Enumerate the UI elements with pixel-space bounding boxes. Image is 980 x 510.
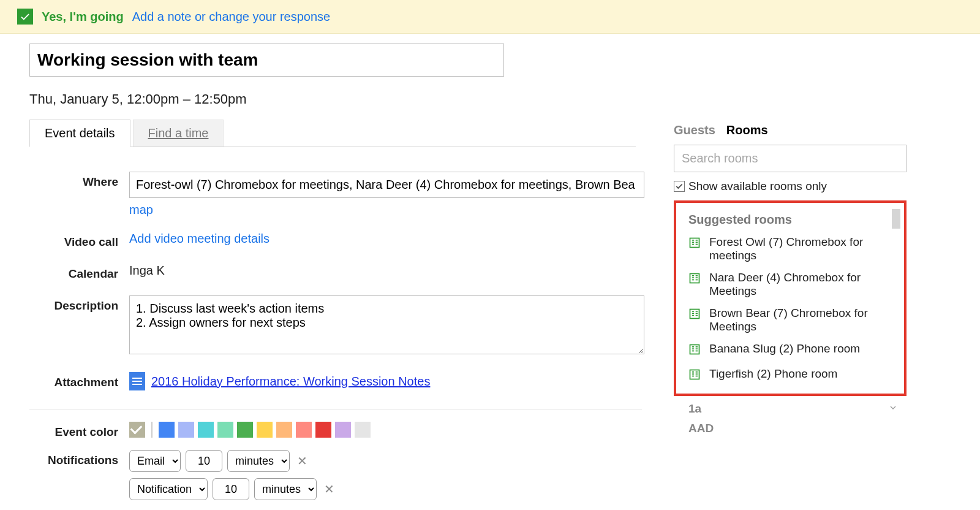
rsvp-banner: Yes, I'm going Add a note or change your… bbox=[0, 0, 980, 34]
color-swatch[interactable] bbox=[296, 422, 312, 438]
event-details-panel: Thu, January 5, 12:00pm – 12:50pm Event … bbox=[0, 44, 674, 510]
svg-rect-7 bbox=[690, 274, 699, 283]
notif-unit-select[interactable]: minutes bbox=[227, 450, 290, 472]
color-swatch[interactable] bbox=[335, 422, 351, 438]
notification-row: Emailminutes✕ bbox=[129, 450, 644, 472]
room-name: Forest Owl (7) Chromebox for meetings bbox=[709, 235, 898, 262]
attachment-link[interactable]: 2016 Holiday Performance: Working Sessio… bbox=[151, 375, 430, 389]
suggested-room[interactable]: Banana Slug (2) Phone room bbox=[688, 342, 898, 359]
suggested-room[interactable]: Nara Deer (4) Chromebox for Meetings bbox=[688, 271, 898, 298]
show-available-toggle[interactable]: Show available rooms only bbox=[674, 180, 907, 193]
swatch-separator bbox=[151, 422, 153, 438]
room-name: Brown Bear (7) Chromebox for Meetings bbox=[709, 306, 898, 333]
remove-notification-icon[interactable]: ✕ bbox=[322, 482, 337, 497]
notif-value-input[interactable] bbox=[213, 478, 249, 500]
remove-notification-icon[interactable]: ✕ bbox=[295, 454, 310, 468]
floor-section-1a[interactable]: 1a bbox=[674, 396, 907, 418]
doc-icon bbox=[129, 372, 145, 390]
add-video-link[interactable]: Add video meeting details bbox=[129, 232, 270, 245]
detail-tabs: Event details Find a time bbox=[29, 120, 636, 147]
show-available-label: Show available rooms only bbox=[688, 180, 827, 193]
scrollbar-thumb[interactable] bbox=[892, 209, 900, 229]
label-where: Where bbox=[29, 172, 118, 189]
event-datetime: Thu, January 5, 12:00pm – 12:50pm bbox=[29, 91, 644, 107]
room-name: Tigerfish (2) Phone room bbox=[709, 367, 837, 381]
floor-label: AAD bbox=[688, 422, 714, 435]
room-name: Banana Slug (2) Phone room bbox=[709, 342, 860, 356]
svg-rect-14 bbox=[690, 310, 699, 319]
suggested-rooms-panel: Suggested rooms Forest Owl (7) Chromebox… bbox=[674, 200, 907, 396]
tab-find-a-time[interactable]: Find a time bbox=[133, 120, 224, 147]
description-input[interactable] bbox=[129, 295, 644, 354]
suggested-room[interactable]: Brown Bear (7) Chromebox for Meetings bbox=[688, 306, 898, 333]
calendar-owner: Inga K bbox=[129, 264, 644, 278]
color-swatch[interactable] bbox=[315, 422, 331, 438]
notif-method-select[interactable]: Email bbox=[129, 450, 181, 472]
color-swatch[interactable] bbox=[178, 422, 194, 438]
color-swatch-row bbox=[129, 422, 644, 438]
event-title-input[interactable] bbox=[29, 44, 504, 77]
color-swatch[interactable] bbox=[237, 422, 253, 438]
sidebar-tabs: Guests Rooms bbox=[674, 123, 907, 137]
label-description: Description bbox=[29, 295, 118, 313]
building-icon bbox=[688, 272, 701, 287]
building-icon bbox=[688, 308, 701, 323]
building-icon bbox=[688, 343, 701, 359]
floor-label: 1a bbox=[688, 402, 701, 416]
label-calendar: Calendar bbox=[29, 264, 118, 281]
rsvp-change-link[interactable]: Add a note or change your response bbox=[132, 10, 331, 24]
building-icon bbox=[688, 368, 701, 384]
rooms-sidebar: Guests Rooms Show available rooms only S… bbox=[674, 44, 919, 510]
tab-rooms[interactable]: Rooms bbox=[726, 123, 768, 137]
checkbox-icon bbox=[674, 181, 685, 192]
tab-event-details[interactable]: Event details bbox=[29, 120, 130, 147]
notif-method-select[interactable]: Notification bbox=[129, 478, 208, 500]
notification-row: Notificationminutes✕ bbox=[129, 478, 644, 500]
suggested-room[interactable]: Tigerfish (2) Phone room bbox=[688, 367, 898, 384]
floor-section-aad[interactable]: AAD bbox=[674, 418, 907, 438]
rsvp-status: Yes, I'm going bbox=[42, 10, 124, 24]
tab-guests[interactable]: Guests bbox=[674, 123, 715, 137]
notif-value-input[interactable] bbox=[186, 450, 222, 472]
color-swatch[interactable] bbox=[159, 422, 175, 438]
label-video-call: Video call bbox=[29, 232, 118, 249]
suggested-room[interactable]: Forest Owl (7) Chromebox for meetings bbox=[688, 235, 898, 262]
color-swatch[interactable] bbox=[355, 422, 371, 438]
label-attachment: Attachment bbox=[29, 372, 118, 389]
svg-rect-28 bbox=[690, 370, 699, 379]
svg-rect-0 bbox=[690, 238, 699, 248]
label-notifications: Notifications bbox=[29, 450, 118, 467]
color-swatch[interactable] bbox=[217, 422, 233, 438]
color-swatch[interactable] bbox=[198, 422, 214, 438]
label-event-color: Event color bbox=[29, 422, 118, 439]
color-swatch-default[interactable] bbox=[129, 422, 145, 438]
color-swatch[interactable] bbox=[257, 422, 273, 438]
building-icon bbox=[688, 237, 701, 252]
notif-unit-select[interactable]: minutes bbox=[254, 478, 317, 500]
svg-rect-21 bbox=[690, 345, 699, 354]
map-link[interactable]: map bbox=[129, 203, 153, 217]
suggested-rooms-heading: Suggested rooms bbox=[688, 213, 898, 227]
color-swatch[interactable] bbox=[276, 422, 292, 438]
section-divider bbox=[29, 409, 642, 409]
check-icon bbox=[17, 9, 33, 25]
where-input[interactable] bbox=[129, 172, 644, 198]
room-name: Nara Deer (4) Chromebox for Meetings bbox=[709, 271, 898, 298]
search-rooms-input[interactable] bbox=[674, 145, 907, 172]
chevron-down-icon bbox=[888, 402, 898, 416]
